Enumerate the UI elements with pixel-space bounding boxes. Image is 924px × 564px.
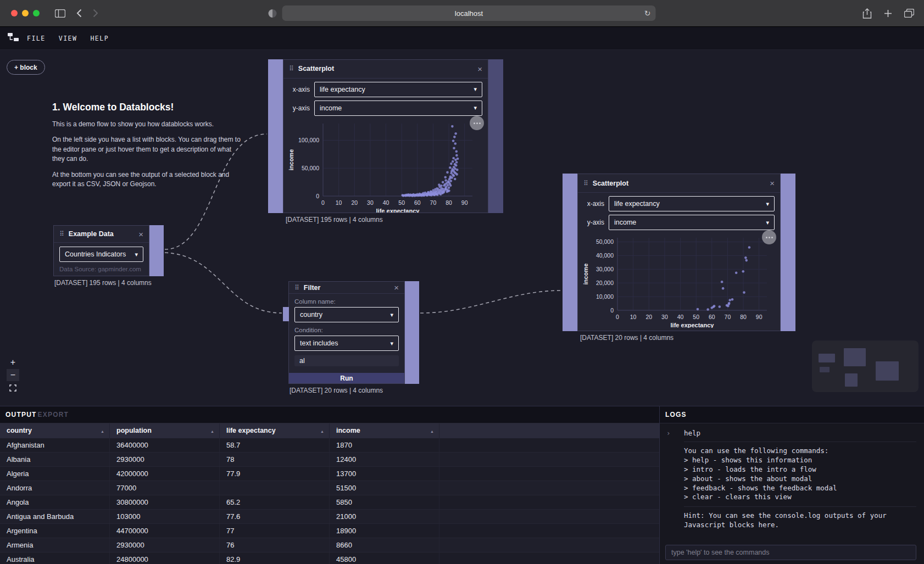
output-connector-bar[interactable]	[149, 225, 164, 276]
zoom-in-button[interactable]: +	[7, 356, 19, 368]
sort-icon[interactable]: ▲	[101, 424, 104, 439]
url-text: localhost	[455, 9, 483, 18]
output-connector-bar[interactable]	[781, 174, 795, 331]
new-tab-icon[interactable]	[884, 9, 892, 18]
drag-handle-icon[interactable]: ⠿	[59, 230, 64, 238]
logs-command-input[interactable]	[665, 545, 916, 560]
block-scatterplot-2[interactable]: ⠿ Scatterplot × x-axis life expectancy ▾…	[563, 174, 795, 331]
sort-icon[interactable]: ▲	[430, 424, 434, 439]
dataset-select[interactable]: Countries Indicators ▾	[59, 247, 143, 262]
table-row[interactable]: Australia2480000082.945800	[0, 552, 659, 564]
table-cell	[220, 481, 330, 495]
table-row[interactable]: Angola3080000065.25850	[0, 495, 659, 510]
menu-file[interactable]: FILE	[27, 35, 46, 42]
chevron-down-icon: ▾	[390, 340, 393, 347]
chevron-down-icon: ▾	[135, 251, 138, 258]
filter-value-input[interactable]	[294, 355, 399, 366]
scatterplot-chart-2: 0102030405060708090010,00020,00030,00040…	[580, 233, 778, 328]
close-window-button[interactable]	[11, 10, 18, 16]
column-header-life-expectancy[interactable]: life expectancy▲	[220, 423, 330, 438]
x-axis-select[interactable]: life expectancy ▾	[609, 196, 775, 211]
table-row[interactable]: Argentina447000007718900	[0, 524, 659, 538]
close-icon[interactable]: ×	[477, 65, 482, 73]
forward-icon[interactable]	[93, 9, 98, 18]
drag-handle-icon[interactable]: ⠿	[294, 284, 299, 292]
column-header-income[interactable]: income▲	[330, 423, 439, 438]
flow-canvas[interactable]: + block 1. Welcome to Datablocks! This i…	[0, 50, 924, 406]
table-cell: Albania	[0, 453, 110, 466]
maximize-window-button[interactable]	[33, 10, 40, 16]
log-hint-text: Hint: You can see the console.log output…	[684, 511, 916, 530]
table-cell: Afghanistan	[0, 438, 110, 452]
table-row[interactable]: Algeria4200000077.913700	[0, 467, 659, 481]
fit-view-button[interactable]	[7, 382, 19, 394]
column-header-population[interactable]: population▲	[110, 423, 220, 438]
minimap-node	[819, 354, 835, 362]
privacy-shield-icon[interactable]	[269, 9, 277, 18]
tab-export[interactable]: EXPORT	[38, 411, 69, 418]
tab-overview-icon[interactable]	[904, 9, 914, 18]
dataset-caption: [DATASET] 20 rows | 4 columns	[290, 387, 383, 394]
sidebar-toggle-icon[interactable]	[55, 9, 65, 18]
table-row[interactable]: Armenia2930000768660	[0, 538, 659, 552]
share-icon[interactable]	[862, 8, 872, 19]
table-cell: 5850	[330, 495, 439, 509]
datablocks-logo-icon[interactable]	[7, 32, 19, 44]
condition-value: text includes	[300, 339, 338, 347]
more-options-button[interactable]	[470, 116, 484, 130]
add-block-button[interactable]: + block	[7, 60, 45, 75]
minimap[interactable]	[812, 340, 919, 392]
run-button[interactable]: Run	[289, 373, 404, 383]
input-connector-nub[interactable]	[283, 307, 289, 321]
y-axis-select[interactable]: income ▾	[314, 100, 482, 116]
block-scatterplot-1[interactable]: ⠿ Scatterplot × x-axis life expectancy ▾…	[268, 59, 503, 213]
table-row[interactable]: Andorra7700051500	[0, 481, 659, 495]
svg-text:30: 30	[367, 199, 374, 206]
svg-text:20,000: 20,000	[596, 280, 614, 286]
table-header-row: country▲population▲life expectancy▲incom…	[0, 423, 659, 438]
address-bar[interactable]: localhost ↻	[282, 5, 656, 21]
output-table: country▲population▲life expectancy▲incom…	[0, 423, 659, 564]
svg-text:40: 40	[677, 314, 684, 320]
reload-icon[interactable]: ↻	[644, 9, 651, 18]
output-connector-bar[interactable]	[405, 281, 419, 384]
zoom-out-button[interactable]: −	[7, 369, 19, 381]
svg-text:0: 0	[616, 314, 619, 320]
minimize-window-button[interactable]	[22, 10, 29, 16]
input-connector-bar[interactable]	[268, 59, 283, 213]
sort-icon[interactable]: ▲	[320, 424, 324, 439]
drag-handle-icon[interactable]: ⠿	[583, 180, 588, 187]
svg-text:50,000: 50,000	[302, 164, 319, 171]
tab-output[interactable]: OUTPUT	[5, 411, 37, 418]
close-icon[interactable]: ×	[394, 283, 399, 292]
column-header-country[interactable]: country▲	[0, 423, 110, 438]
drag-handle-icon[interactable]: ⠿	[289, 65, 294, 72]
y-axis-value: income	[320, 104, 342, 112]
block-filter[interactable]: ⠿ Filter × Column name: country ▾ Condit…	[288, 281, 419, 384]
table-cell: 21000	[330, 510, 439, 523]
output-connector-bar[interactable]	[488, 59, 503, 213]
condition-select[interactable]: text includes ▾	[294, 336, 399, 351]
more-options-button[interactable]	[762, 230, 776, 244]
svg-text:10,000: 10,000	[596, 293, 614, 300]
x-axis-select[interactable]: life expectancy ▾	[314, 82, 482, 97]
close-icon[interactable]: ×	[138, 230, 143, 238]
table-row[interactable]: Afghanistan3640000058.71870	[0, 438, 659, 453]
table-row[interactable]: Albania29300007812400	[0, 453, 659, 467]
table-row[interactable]: Antigua and Barbuda10300077.621000	[0, 510, 659, 524]
menu-help[interactable]: HELP	[90, 35, 109, 42]
block-title: Example Data	[69, 230, 114, 238]
menu-view[interactable]: VIEW	[59, 35, 77, 42]
column-value: country	[300, 311, 322, 319]
y-axis-select[interactable]: income ▾	[609, 215, 775, 230]
back-icon[interactable]	[76, 9, 82, 18]
block-example-data[interactable]: ⠿ Example Data × Countries Indicators ▾ …	[53, 225, 164, 276]
table-cell: 77	[220, 524, 330, 538]
close-icon[interactable]: ×	[770, 179, 775, 187]
column-select[interactable]: country ▾	[294, 307, 399, 322]
input-connector-bar[interactable]	[563, 174, 577, 331]
sort-icon[interactable]: ▲	[210, 424, 214, 439]
edge-filter-to-scatter2	[420, 291, 561, 313]
log-response: You can use the following commands:> hel…	[684, 442, 916, 506]
chevron-down-icon: ▾	[474, 104, 477, 111]
